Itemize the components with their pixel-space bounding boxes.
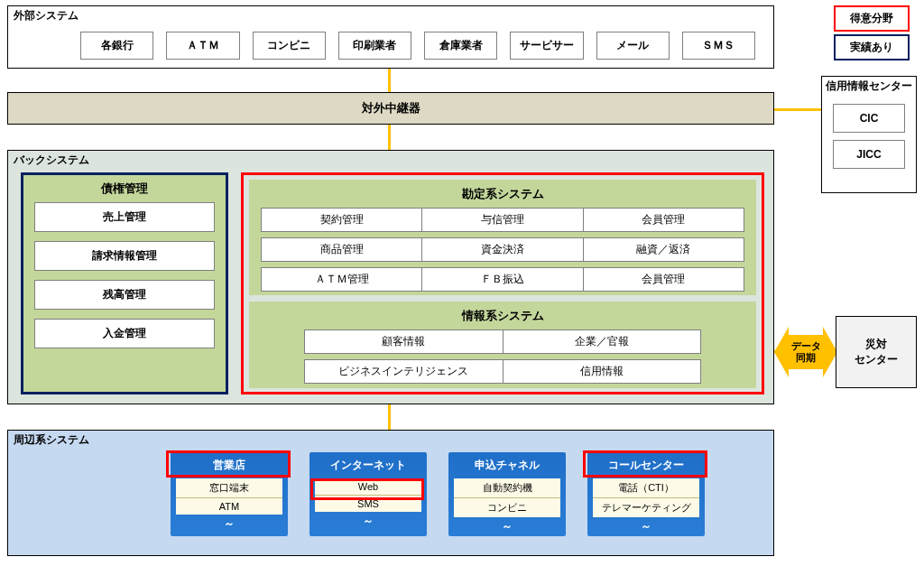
channel-foot: ～ bbox=[587, 517, 705, 536]
channel-body: 電話（CTI） テレマーケティング bbox=[593, 478, 699, 517]
saiken-item: 残高管理 bbox=[34, 280, 215, 310]
kanjo-cell: 会員管理 bbox=[584, 267, 744, 292]
kanjo-cell: ＦＢ振込 bbox=[422, 267, 583, 292]
external-system-panel: 外部システム 各銀行 ＡＴＭ コンビニ 印刷業者 倉庫業者 サービサー メール … bbox=[7, 5, 774, 69]
peripheral-title: 周辺系システム bbox=[14, 432, 89, 448]
channel-apply: 申込チャネル 自動契約機 コンビニ ～ bbox=[448, 452, 566, 536]
kanjo-cell: 与信管理 bbox=[422, 208, 583, 232]
ext-item: 倉庫業者 bbox=[424, 32, 497, 60]
legend-strong-label: 得意分野 bbox=[850, 12, 893, 24]
peripheral-panel: 周辺系システム 営業店 窓口端末 ATM ～ インターネット Web SMS ～… bbox=[7, 430, 774, 556]
ext-item: サービサー bbox=[510, 32, 583, 60]
credit-item-cic: CIC bbox=[833, 104, 905, 133]
channel-body: 自動契約機 コンビニ bbox=[454, 478, 560, 517]
credit-center-panel: 信用情報センター CIC JICC bbox=[821, 76, 917, 193]
kanjo-cell: 資金決済 bbox=[422, 237, 583, 262]
core-highlight: 勘定系システム 契約管理 与信管理 会員管理 商品管理 資金決済 融資／返済 Ａ… bbox=[241, 172, 764, 394]
ext-item: メール bbox=[596, 32, 670, 60]
channel-foot: ～ bbox=[171, 515, 288, 534]
relay-label: 対外中継器 bbox=[362, 100, 420, 116]
channel-body: 窓口端末 ATM bbox=[176, 478, 282, 515]
channel-foot: ～ bbox=[448, 517, 566, 536]
external-relay: 対外中継器 bbox=[7, 92, 774, 125]
channel-row: テレマーケティング bbox=[593, 498, 699, 517]
joho-cell: 信用情報 bbox=[504, 359, 702, 384]
saiken-item: 売上管理 bbox=[34, 202, 215, 232]
ext-item: ＳＭＳ bbox=[682, 32, 755, 60]
joho-title: 情報系システム bbox=[250, 302, 755, 329]
ext-item: 各銀行 bbox=[80, 32, 153, 60]
kanjo-title: 勘定系システム bbox=[250, 181, 755, 208]
channel-internet: インターネット Web SMS ～ bbox=[310, 452, 427, 536]
kanjo-cell: 商品管理 bbox=[261, 237, 422, 262]
channel-callcenter: コールセンター 電話（CTI） テレマーケティング ～ bbox=[587, 452, 705, 536]
joho-cell: 顧客情報 bbox=[304, 329, 504, 354]
data-sync-arrow: データ 同期 bbox=[774, 327, 837, 377]
channel-title: コールセンター bbox=[587, 452, 705, 478]
external-items: 各銀行 ＡＴＭ コンビニ 印刷業者 倉庫業者 サービサー メール ＳＭＳ bbox=[80, 32, 755, 60]
kanjo-row: ＡＴＭ管理 ＦＢ振込 会員管理 bbox=[261, 267, 744, 292]
channel-row: コンビニ bbox=[454, 498, 560, 517]
kanjo-row: 契約管理 与信管理 会員管理 bbox=[261, 208, 744, 232]
channel-foot: ～ bbox=[310, 512, 427, 531]
ext-item: コンビニ bbox=[253, 32, 326, 60]
channel-row: SMS bbox=[315, 496, 421, 512]
kanjo-group: 勘定系システム 契約管理 与信管理 会員管理 商品管理 資金決済 融資／返済 Ａ… bbox=[249, 180, 756, 295]
channel-row: 自動契約機 bbox=[454, 478, 560, 498]
back-system-panel: バックシステム 債権管理 売上管理 請求情報管理 残高管理 入金管理 勘定系シス… bbox=[7, 150, 774, 404]
kanjo-cell: ＡＴＭ管理 bbox=[261, 267, 422, 292]
legend-experience: 実績あり bbox=[834, 34, 910, 60]
channel-wrap: 営業店 窓口端末 ATM ～ インターネット Web SMS ～ 申込チャネル … bbox=[171, 452, 705, 536]
channel-row: 電話（CTI） bbox=[593, 478, 699, 498]
ext-item: ＡＴＭ bbox=[166, 32, 239, 60]
joho-cell: ビジネスインテリジェンス bbox=[304, 359, 504, 384]
kanjo-cell: 融資／返済 bbox=[584, 237, 744, 262]
joho-row: 顧客情報 企業／官報 bbox=[304, 329, 701, 354]
kanjo-cell: 会員管理 bbox=[584, 208, 744, 232]
joho-row: ビジネスインテリジェンス 信用情報 bbox=[304, 359, 701, 384]
joho-cell: 企業／官報 bbox=[504, 329, 702, 354]
kanjo-cell: 契約管理 bbox=[261, 208, 422, 232]
channel-title: 申込チャネル bbox=[448, 452, 566, 478]
dr-center: 災対 センター bbox=[836, 316, 917, 388]
channel-branch: 営業店 窓口端末 ATM ～ bbox=[171, 452, 288, 536]
ext-item: 印刷業者 bbox=[338, 32, 411, 60]
legend-experience-label: 実績あり bbox=[850, 41, 893, 53]
credit-item-jicc: JICC bbox=[833, 140, 905, 169]
channel-title: インターネット bbox=[310, 452, 427, 478]
kanjo-row: 商品管理 資金決済 融資／返済 bbox=[261, 237, 744, 262]
channel-title: 営業店 bbox=[171, 452, 288, 478]
back-title: バックシステム bbox=[14, 153, 89, 168]
channel-body: Web SMS bbox=[315, 478, 421, 512]
dr-center-label: 災対 センター bbox=[855, 337, 898, 367]
channel-row: 窓口端末 bbox=[176, 478, 282, 498]
external-title: 外部システム bbox=[14, 8, 79, 23]
data-sync-label: データ 同期 bbox=[789, 335, 823, 369]
saiken-title: 債権管理 bbox=[23, 175, 226, 202]
saiken-group: 債権管理 売上管理 請求情報管理 残高管理 入金管理 bbox=[21, 172, 228, 394]
legend-strong: 得意分野 bbox=[834, 5, 910, 32]
channel-row: ATM bbox=[176, 498, 282, 515]
saiken-item: 請求情報管理 bbox=[34, 241, 215, 271]
saiken-item: 入金管理 bbox=[34, 319, 215, 348]
arrow-left-icon bbox=[774, 327, 789, 377]
channel-row: Web bbox=[315, 478, 421, 496]
credit-center-title: 信用情報センター bbox=[822, 79, 916, 94]
joho-group: 情報系システム 顧客情報 企業／官報 ビジネスインテリジェンス 信用情報 bbox=[249, 302, 756, 388]
